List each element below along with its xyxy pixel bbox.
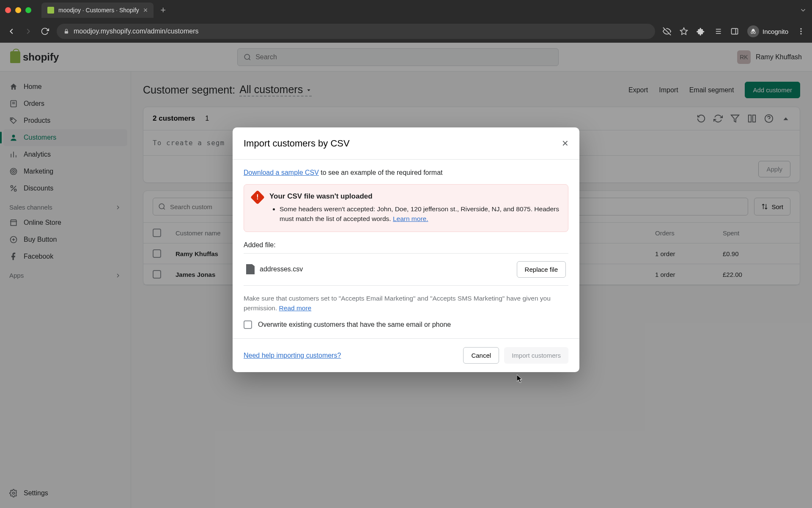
download-sample-link[interactable]: Download a sample CSV [244,169,319,176]
permission-text: Make sure that customers set to "Accepts… [244,293,568,313]
alert-icon [250,190,265,204]
minimize-window-icon[interactable] [15,7,21,13]
window-controls[interactable] [5,7,31,13]
incognito-label: Incognito [763,28,788,35]
file-icon [246,264,255,274]
url-bar: moodjoy.myshopify.com/admin/customers In… [0,20,812,42]
error-item: Some headers weren't accepted: John, Doe… [280,204,560,224]
extensions-icon[interactable] [697,27,705,36]
import-customers-button[interactable]: Import customers [504,347,568,364]
menu-icon[interactable] [797,27,805,36]
close-tab-icon[interactable]: × [143,6,148,15]
svg-point-12 [754,32,756,34]
svg-point-14 [800,30,801,32]
read-more-link[interactable]: Read more [279,304,312,312]
star-icon[interactable] [680,27,688,36]
learn-more-link[interactable]: Learn more. [393,215,428,222]
browser-tab[interactable]: moodjoy · Customers · Shopify × [41,3,154,18]
reading-list-icon[interactable] [713,27,722,36]
maximize-window-icon[interactable] [25,7,31,13]
file-name: addresses.csv [260,265,303,273]
error-title: Your CSV file wasn't uploaded [269,192,560,201]
reload-button[interactable] [41,27,49,36]
tab-bar: moodjoy · Customers · Shopify × + [0,0,812,20]
lock-icon [63,28,69,34]
overwrite-checkbox[interactable] [244,320,252,329]
overwrite-option[interactable]: Overwrite existing customers that have t… [244,320,568,329]
sidepanel-icon[interactable] [730,27,739,36]
url-text: moodjoy.myshopify.com/admin/customers [74,28,199,35]
error-banner: Your CSV file wasn't uploaded Some heade… [244,184,568,232]
replace-file-button[interactable]: Replace file [517,261,566,278]
overwrite-label: Overwrite existing customers that have t… [258,321,451,329]
cancel-button[interactable]: Cancel [463,347,499,364]
app: shopify RK Ramy Khuffash Home Orders Pro… [0,43,812,508]
import-modal: Import customers by CSV × Download a sam… [233,127,579,372]
svg-marker-2 [680,28,688,35]
incognito-badge[interactable]: Incognito [747,25,788,37]
close-icon[interactable]: × [562,137,568,150]
eye-off-icon[interactable] [663,27,671,36]
modal-overlay[interactable]: Import customers by CSV × Download a sam… [0,43,812,508]
svg-rect-0 [65,31,68,33]
modal-title: Import customers by CSV [244,138,350,149]
incognito-icon [747,25,759,37]
svg-point-13 [800,28,801,30]
close-window-icon[interactable] [5,7,11,13]
svg-rect-9 [732,28,738,34]
address-bar[interactable]: moodjoy.myshopify.com/admin/customers [57,24,655,39]
sample-line: Download a sample CSV to see an example … [244,169,568,177]
new-tab-button[interactable]: + [157,5,169,16]
forward-button[interactable] [24,27,33,36]
browser-chrome: moodjoy · Customers · Shopify × + moodjo… [0,0,812,43]
browser-toolbar: Incognito [663,25,805,37]
added-file-label: Added file: [244,241,568,249]
tabs-dropdown-icon[interactable] [799,6,807,14]
back-button[interactable] [7,27,16,36]
favicon-icon [47,7,54,14]
tab-title: moodjoy · Customers · Shopify [58,7,139,14]
file-row: addresses.csv Replace file [244,253,568,286]
svg-point-11 [751,32,753,34]
svg-point-15 [800,33,801,34]
help-link[interactable]: Need help importing customers? [244,352,341,359]
